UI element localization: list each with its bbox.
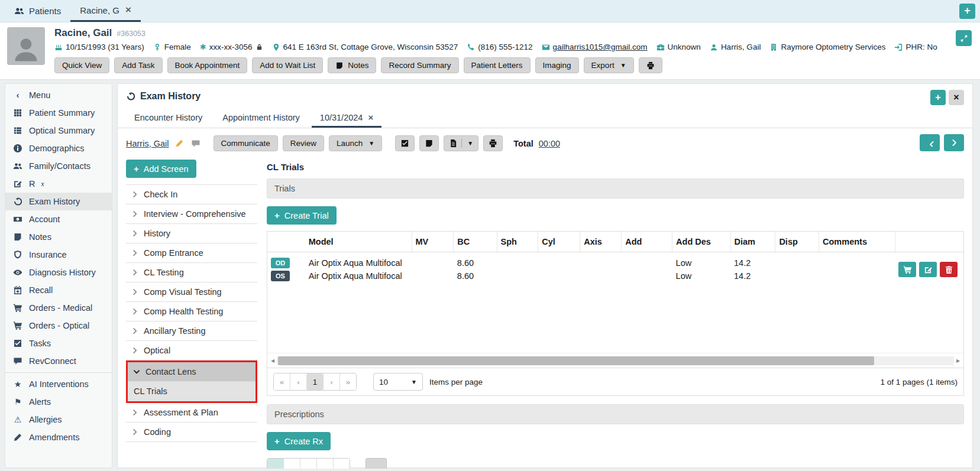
tab-10-31-2024[interactable]: 10/31/2024× xyxy=(312,106,381,128)
patient-letters-button[interactable]: Patient Letters xyxy=(464,57,531,73)
screen-item-check-in[interactable]: Check In xyxy=(126,185,257,204)
screen-item-ancillary-testing[interactable]: Ancillary Testing xyxy=(126,321,257,341)
tab-encounter-history[interactable]: Encounter History xyxy=(126,106,211,128)
screen-item-interview-comprehensive[interactable]: Interview - Comprehensive xyxy=(126,204,257,224)
sidebar-item-tasks[interactable]: Tasks xyxy=(5,334,112,352)
tab-appointment-history[interactable]: Appointment History xyxy=(214,106,308,128)
screen-item-assessment-plan[interactable]: Assessment & Plan xyxy=(126,403,257,423)
patients-module-tab[interactable]: Patients xyxy=(5,0,70,22)
close-icon[interactable]: × xyxy=(368,112,373,122)
sidebar-item-allergies[interactable]: ⚠Allergies xyxy=(5,411,112,428)
review-button[interactable]: Review xyxy=(283,135,324,151)
new-patient-button[interactable]: + xyxy=(959,4,975,19)
screen-item-cl-testing[interactable]: CL Testing xyxy=(126,263,257,282)
screen-item-label: Comp Health Testing xyxy=(144,307,223,316)
sidebar-item-amendments[interactable]: Amendments xyxy=(5,428,112,446)
first-page-button[interactable] xyxy=(267,459,283,469)
sidebar-item-orders-medical[interactable]: Orders - Medical xyxy=(5,299,112,317)
screen-item-comp-entrance[interactable]: Comp Entrance xyxy=(126,243,257,263)
patient-link[interactable]: Harris, Gail xyxy=(126,139,169,148)
close-panel-button[interactable]: × xyxy=(949,90,964,105)
order-trial-button[interactable] xyxy=(898,262,916,277)
sidebar-item-recall[interactable]: Recall xyxy=(5,281,112,299)
launch-button[interactable]: Launch▼ xyxy=(329,135,382,151)
next-page-button[interactable]: › xyxy=(323,373,339,390)
scrollbar-track[interactable] xyxy=(277,356,954,365)
sidebar-item-family-contacts[interactable]: Family/Contacts xyxy=(5,157,112,175)
add-to-wait-list-button[interactable]: Add to Wait List xyxy=(252,57,323,73)
record-summary-button[interactable]: Record Summary xyxy=(381,57,458,73)
sidebar-item-demographics[interactable]: Demographics xyxy=(5,139,112,157)
sidebar-item-notes[interactable]: Notes xyxy=(5,228,112,246)
print-encounter-button[interactable] xyxy=(483,135,503,151)
documents-button[interactable]: ▼ xyxy=(444,135,478,151)
prev-page-button[interactable]: ‹ xyxy=(290,373,306,390)
next-encounter-button[interactable] xyxy=(944,134,964,151)
chat-icon[interactable] xyxy=(191,139,200,148)
screen-item-comp-visual-testing[interactable]: Comp Visual Testing xyxy=(126,282,257,302)
expand-button[interactable] xyxy=(956,30,972,46)
total-time-link[interactable]: 00:00 xyxy=(539,139,560,148)
sidebar-item-insurance[interactable]: Insurance xyxy=(5,246,112,264)
sidebar-item-r[interactable]: Rx xyxy=(5,175,112,193)
sticky-note-icon xyxy=(425,139,434,148)
scroll-left-icon[interactable]: ◀ xyxy=(269,358,277,363)
screen-item-label: Assessment & Plan xyxy=(144,408,218,417)
screen-item-contact-lens[interactable]: Contact Lens xyxy=(128,362,255,382)
sidebar-item-optical-summary[interactable]: Optical Summary xyxy=(5,122,112,139)
email-link[interactable]: gailharris1015@gmail.com xyxy=(542,43,648,51)
quick-view-button[interactable]: Quick View xyxy=(54,57,109,73)
delete-trial-button[interactable] xyxy=(940,262,958,277)
trials-table-area: ModelMVBCSphCylAxisAddAdd DesDiamDispCom… xyxy=(267,232,963,353)
sidebar-item-menu[interactable]: ‹Menu xyxy=(5,86,112,104)
communicate-button[interactable]: Communicate xyxy=(214,135,278,151)
edit-trial-button[interactable] xyxy=(919,262,937,277)
sidebar-item-revconnect[interactable]: RevConnect xyxy=(5,352,112,370)
cell-cyl xyxy=(538,252,580,270)
sidebar-item-exam-history[interactable]: Exam History xyxy=(5,193,112,210)
next-page-button[interactable] xyxy=(316,459,333,469)
prev-page-button[interactable] xyxy=(283,459,300,469)
notes-button[interactable]: Notes xyxy=(328,57,376,73)
edit-patient-icon[interactable] xyxy=(175,139,184,148)
page-size-select[interactable]: 10 ▼ xyxy=(373,373,423,391)
create-trial-button[interactable]: + Create Trial xyxy=(267,206,337,225)
last-page-button[interactable] xyxy=(333,459,350,469)
create-rx-button[interactable]: + Create Rx xyxy=(267,432,331,450)
current-page-button[interactable]: 1 xyxy=(306,373,323,390)
encounter-note-button[interactable] xyxy=(419,135,439,151)
add-task-button[interactable]: Add Task xyxy=(114,57,162,73)
imaging-button[interactable]: Imaging xyxy=(535,57,579,73)
sidebar-item-patient-summary[interactable]: Patient Summary xyxy=(5,104,112,122)
close-icon[interactable]: × xyxy=(125,4,131,16)
sidebar-item-alerts[interactable]: ⚑Alerts xyxy=(5,393,112,411)
add-screen-button[interactable]: + Add Screen xyxy=(126,160,196,178)
screen-item-history[interactable]: History xyxy=(126,224,257,243)
prev-encounter-button[interactable] xyxy=(920,134,940,151)
add-encounter-button[interactable]: + xyxy=(930,90,946,105)
first-page-button[interactable]: « xyxy=(274,373,290,390)
mark-reviewed-button[interactable] xyxy=(395,135,415,151)
scrollbar-thumb[interactable] xyxy=(278,356,874,365)
export-button[interactable]: Export▼ xyxy=(584,57,634,73)
column-header-axis: Axis xyxy=(580,232,622,252)
patient-record-tab[interactable]: Racine, G × xyxy=(70,0,141,22)
sidebar-item-orders-optical[interactable]: Orders - Optical xyxy=(5,317,112,334)
sidebar-item-diagnosis-history[interactable]: Diagnosis History xyxy=(5,264,112,281)
horizontal-scrollbar[interactable]: ◀ ▶ xyxy=(267,353,963,368)
screen-item-coding[interactable]: Coding xyxy=(126,423,257,442)
chevron-right-icon xyxy=(131,230,138,237)
screen-item-comp-health-testing[interactable]: Comp Health Testing xyxy=(126,302,257,321)
screen-item-cl-trials[interactable]: CL Trials xyxy=(128,382,255,401)
screen-item-optical[interactable]: Optical xyxy=(126,341,257,360)
book-appointment-button[interactable]: Book Appointment xyxy=(167,57,248,73)
demo-text[interactable]: gailharris1015@gmail.com xyxy=(553,43,648,51)
sidebar-item-ai-interventions[interactable]: ★AI Interventions xyxy=(5,375,112,393)
print-button[interactable] xyxy=(639,57,662,73)
page-size-select[interactable] xyxy=(366,458,387,469)
scroll-right-icon[interactable]: ▶ xyxy=(954,358,962,363)
page-button[interactable] xyxy=(300,459,316,469)
last-page-button[interactable]: » xyxy=(339,373,356,390)
button-label: Add to Wait List xyxy=(260,61,315,70)
sidebar-item-account[interactable]: Account xyxy=(5,210,112,228)
